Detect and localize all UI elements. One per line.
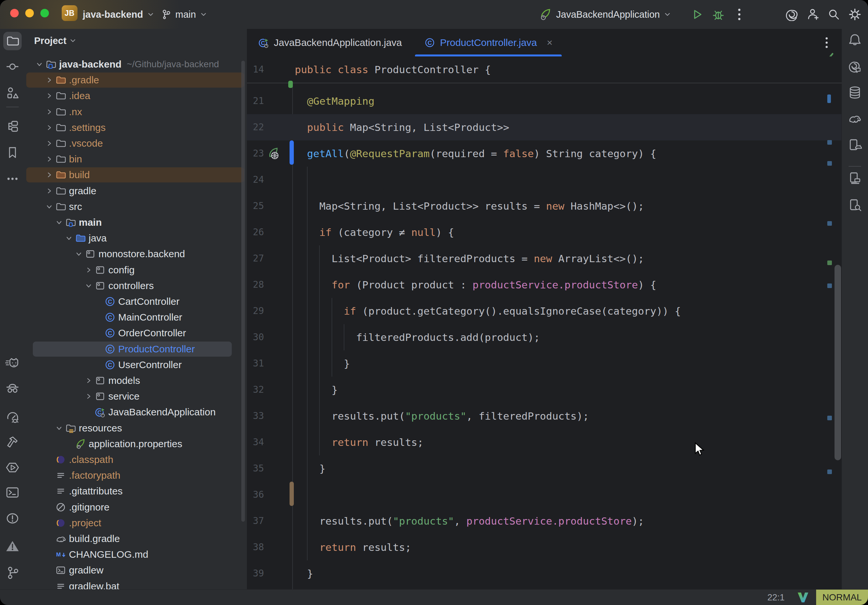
code-line-38[interactable]: 38 return results;	[247, 534, 842, 560]
device-explorer-icon[interactable]	[846, 196, 864, 214]
kebab-icon[interactable]	[729, 4, 750, 25]
vim-plugin-icon[interactable]	[797, 592, 809, 603]
tree-row-maincontroller[interactable]: CMainController	[25, 309, 247, 325]
code-line-35[interactable]: 35 }	[247, 455, 842, 482]
tree-row--gitignore[interactable]: .gitignore	[25, 499, 247, 515]
git-branch-icon[interactable]	[3, 564, 22, 582]
tree-row--classpath[interactable]: .classpath	[25, 452, 247, 467]
line-number[interactable]: 25	[247, 193, 264, 219]
running-devices-icon[interactable]	[846, 136, 864, 154]
caret-position[interactable]: 22:1	[767, 593, 784, 603]
project-folder-icon[interactable]	[3, 32, 22, 50]
tree-row--project[interactable]: .project	[25, 515, 247, 531]
gear-icon[interactable]	[844, 4, 865, 25]
tree-row-models[interactable]: models	[25, 373, 247, 388]
tree-chevron-icon[interactable]	[56, 219, 62, 226]
branch-selector[interactable]: main	[160, 0, 207, 29]
window-zoom-button[interactable]	[40, 9, 49, 17]
more-horizontal-icon[interactable]	[3, 170, 22, 188]
tree-row--settings[interactable]: .settings	[25, 120, 247, 136]
tree-row-gradle[interactable]: gradle	[25, 183, 247, 199]
line-number[interactable]: 30	[247, 324, 264, 350]
services-play-hexagon-icon[interactable]	[3, 458, 22, 477]
line-number[interactable]: 28	[247, 272, 264, 298]
structure-icon[interactable]	[3, 84, 22, 102]
warning-triangle-icon[interactable]	[3, 537, 22, 555]
code-line-31[interactable]: 31 }	[247, 350, 842, 377]
tree-chevron-icon[interactable]	[56, 425, 62, 432]
line-number[interactable]: 26	[247, 219, 264, 245]
tree-chevron-icon[interactable]	[66, 235, 72, 241]
code-line-22[interactable]: 22 public Map<String, List<Product>>	[247, 114, 842, 141]
ai-assistant-chat-icon[interactable]	[846, 57, 864, 76]
tree-row-usercontroller[interactable]: CUserController	[25, 357, 247, 373]
code-line-23[interactable]: 23 getAll(@RequestParam(required = false…	[247, 141, 842, 167]
code-line-29[interactable]: 29 if (product.getCategory().equalsIgnor…	[247, 298, 842, 324]
tree-row-productcontroller[interactable]: CProductController	[25, 341, 247, 357]
tree-row--nx[interactable]: .nx	[25, 104, 247, 120]
line-number[interactable]: 27	[247, 245, 264, 272]
line-number[interactable]: 14	[247, 56, 264, 83]
editor-area[interactable]: CJavaBackendApplication.javaCProductCont…	[247, 29, 842, 589]
tree-row-gradlew[interactable]: gradlew	[25, 562, 247, 578]
code-line-39[interactable]: 39 }	[247, 560, 842, 586]
debug-button[interactable]	[708, 4, 729, 25]
tree-chevron-icon[interactable]	[46, 188, 53, 194]
notifications-bell-icon[interactable]	[846, 31, 864, 49]
line-number[interactable]: 37	[247, 508, 264, 534]
tree-row-main[interactable]: main	[25, 215, 247, 230]
tree-chevron-icon[interactable]	[85, 283, 92, 289]
tree-row-service[interactable]: service	[25, 388, 247, 404]
add-user-icon[interactable]	[802, 4, 823, 25]
tree-row-src[interactable]: src	[25, 199, 247, 215]
tree-row-build[interactable]: build	[25, 167, 247, 183]
tree-row--factorypath[interactable]: .factorypath	[25, 467, 247, 483]
tab-productcontroller-java[interactable]: CProductController.java×	[413, 29, 564, 56]
gradle-elephant-icon[interactable]	[846, 109, 864, 128]
problems-icon[interactable]	[3, 509, 22, 528]
tree-chevron-icon[interactable]	[76, 251, 82, 257]
line-number[interactable]: 29	[247, 298, 264, 324]
code-line-37[interactable]: 37 results.put("products", productServic…	[247, 508, 842, 534]
code-line-27[interactable]: 27 List<Product> filteredProducts = new …	[247, 245, 842, 272]
ai-assistant-icon[interactable]	[781, 4, 802, 25]
line-number[interactable]: 35	[247, 455, 264, 482]
code-line-26[interactable]: 26 if (category ≠ null) {	[247, 219, 842, 245]
line-number[interactable]: 36	[247, 482, 264, 508]
privacy-spy-icon[interactable]	[3, 379, 22, 398]
tree-row-java[interactable]: java	[25, 230, 247, 246]
vim-mode-badge[interactable]: NORMAL	[816, 590, 868, 605]
copilot-cat-icon[interactable]	[3, 354, 22, 373]
tree-row-cartcontroller[interactable]: CCartController	[25, 294, 247, 309]
tree-chevron-icon[interactable]	[46, 140, 53, 147]
project-selector[interactable]: java-backend	[83, 0, 154, 29]
code-line-36[interactable]: 36	[247, 482, 842, 508]
tree-row--gitattributes[interactable]: .gitattributes	[25, 483, 247, 499]
tree-row-build-gradle[interactable]: build.gradle	[25, 531, 247, 546]
code-line-30[interactable]: 30 filteredProducts.add(product);	[247, 324, 842, 350]
profiler-gauge-icon[interactable]	[3, 408, 22, 427]
tree-chevron-icon[interactable]	[85, 377, 92, 384]
code-line-21[interactable]: 21 @GetMapping	[247, 88, 842, 114]
line-number[interactable]: 34	[247, 429, 264, 455]
tree-row-gradlew-bat[interactable]: gradlew.bat	[25, 579, 247, 589]
database-icon[interactable]	[846, 84, 864, 102]
tree-row-resources[interactable]: resources	[25, 420, 247, 436]
services-boxes-icon[interactable]	[3, 117, 22, 136]
bookmarks-icon[interactable]	[3, 143, 22, 162]
tree-row-java-backend[interactable]: java-backend~/Github/java-backend	[25, 56, 247, 72]
terminal-icon[interactable]	[3, 483, 22, 502]
tree-chevron-icon[interactable]	[46, 156, 53, 162]
window-minimize-button[interactable]	[25, 9, 34, 17]
tree-row-ordercontroller[interactable]: COrderController	[25, 325, 247, 341]
line-number[interactable]: 38	[247, 534, 264, 560]
sticky-code-line-14[interactable]: 14public class ProductController {	[247, 56, 842, 84]
run-button[interactable]	[687, 4, 708, 25]
line-number[interactable]: 23	[247, 141, 264, 167]
tree-chevron-icon[interactable]	[85, 267, 92, 273]
code-line-28[interactable]: 28 for (Product product : productService…	[247, 272, 842, 298]
project-view-selector[interactable]: Project	[34, 34, 76, 48]
rest-endpoint-icon[interactable]	[266, 146, 281, 161]
commit-icon[interactable]	[3, 57, 22, 76]
window-close-button[interactable]	[10, 9, 19, 17]
